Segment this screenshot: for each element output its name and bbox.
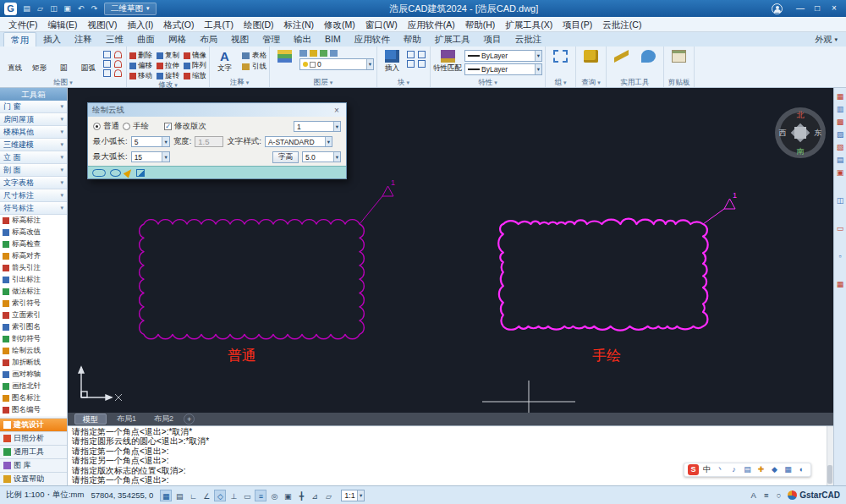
toolbox-item[interactable]: 箭头引注 <box>0 262 67 274</box>
write-block-icon[interactable] <box>418 60 426 68</box>
arc-cloud-icon[interactable] <box>114 51 122 58</box>
layout-tab[interactable]: 模型 <box>74 414 107 425</box>
user-avatar-icon[interactable] <box>772 3 783 14</box>
command-scrollbar[interactable] <box>827 426 833 485</box>
toolbox-mode-button[interactable]: 通用工具 <box>0 445 67 458</box>
side-toolbar-icon[interactable]: ▧ <box>836 143 845 152</box>
draw-tool-button[interactable]: 直线 <box>3 47 27 72</box>
layout-tab[interactable]: 布局2 <box>146 414 181 425</box>
side-toolbar-icon[interactable]: ▨ <box>836 130 845 140</box>
ribbon-tab[interactable]: 应用软件 <box>348 32 397 47</box>
status-toggle-icon[interactable]: ▱ <box>322 490 334 501</box>
text-height-combo[interactable]: 5.0 ▾ <box>302 151 341 162</box>
ime-icon[interactable]: 中 <box>701 464 712 475</box>
panel-footer-clipboard[interactable]: 剪贴板 <box>667 78 691 87</box>
group-button[interactable] <box>548 47 573 63</box>
panel-footer-annotation[interactable]: 注释 <box>212 78 266 87</box>
inquiry-button[interactable] <box>579 47 603 63</box>
side-toolbar-icon[interactable]: ◫ <box>836 196 845 205</box>
create-block-icon[interactable] <box>407 51 415 58</box>
max-arc-combo[interactable]: 15 ▾ <box>131 151 170 162</box>
panel-footer-draw[interactable]: 绘图 <box>3 78 124 87</box>
side-toolbar-icon[interactable]: ▭ <box>836 224 845 233</box>
radio-freehand[interactable]: 手绘 <box>123 121 149 132</box>
toolbox-category[interactable]: 房间屋顶▾ <box>0 113 67 126</box>
modify-tool-button[interactable]: 拉伸 <box>157 61 179 70</box>
property-combo[interactable]: ByLayer ▾ <box>464 63 542 75</box>
window-control-button[interactable]: □ <box>810 3 825 15</box>
status-toggle-icon[interactable]: ◎ <box>268 490 280 501</box>
status-toggle-icon[interactable]: ╋ <box>295 490 307 501</box>
toolbox-category[interactable]: 文字表格▾ <box>0 177 67 189</box>
toolbox-mode-button[interactable]: 建筑设计 <box>0 418 67 431</box>
layer-freeze-icon[interactable] <box>310 50 317 57</box>
toolbox-item[interactable]: 剖切符号 <box>0 333 67 345</box>
text-tool-button[interactable]: A 文字 <box>212 47 237 72</box>
toolbox-item[interactable]: 图名标注 <box>0 392 67 404</box>
status-toggle-icon[interactable]: ⊥ <box>228 490 239 501</box>
status-right-icon[interactable]: A <box>748 490 759 500</box>
quick-access-icon[interactable]: ◫ <box>47 3 60 15</box>
toolbox-category[interactable]: 尺寸标注▾ <box>0 189 67 202</box>
ime-icon[interactable]: S <box>688 464 699 475</box>
annotation-tool-button[interactable]: 表格 <box>242 51 266 60</box>
ellipse-cloud-tool-icon[interactable] <box>110 169 121 177</box>
side-toolbar-icon[interactable]: ▦ <box>836 92 845 101</box>
ribbon-tab[interactable]: BIM <box>318 32 348 47</box>
ribbon-tab[interactable]: 扩展工具 <box>428 32 477 47</box>
side-toolbar-icon[interactable]: ▥ <box>836 105 845 114</box>
ribbon-tab[interactable]: 项目 <box>477 32 508 47</box>
modify-tool-button[interactable]: 偏移 <box>129 61 152 70</box>
menu-item[interactable]: 插入(I) <box>122 17 158 32</box>
property-combo[interactable]: ByLayer ▾ <box>464 50 542 62</box>
layer-combo[interactable]: 0 ▾ <box>299 58 374 70</box>
ribbon-tab[interactable]: 常用 <box>3 32 36 47</box>
menu-item[interactable]: 绘图(D) <box>239 17 279 32</box>
modify-tool-button[interactable]: 移动 <box>129 71 152 80</box>
status-toggle-icon[interactable]: ▭ <box>241 490 253 501</box>
quick-access-icon[interactable]: ▱ <box>34 3 47 15</box>
status-toggle-icon[interactable]: ∠ <box>201 490 212 501</box>
annotation-scale-combo[interactable]: 1:1▾ <box>341 490 365 501</box>
ime-icon[interactable]: 丶 <box>715 464 726 475</box>
ime-icon[interactable]: ✚ <box>755 464 766 475</box>
dialog-title-bar[interactable]: 绘制云线 × <box>88 103 346 117</box>
menu-item[interactable]: 文件(F) <box>3 17 42 32</box>
menu-item[interactable]: 格式(O) <box>158 17 199 32</box>
status-toggle-icon[interactable]: ◇ <box>214 490 226 501</box>
toolbox-header[interactable]: 工具箱 <box>0 88 67 101</box>
window-control-button[interactable]: × <box>827 3 842 15</box>
match-properties-button[interactable]: 特性匹配 <box>433 47 462 72</box>
revision-combo[interactable]: 1 ▾ <box>294 121 341 132</box>
radio-normal[interactable]: 普通 <box>93 121 119 132</box>
layer-color-icon[interactable] <box>330 50 338 57</box>
toolbox-category[interactable]: 三维建模▾ <box>0 139 67 151</box>
ribbon-tab[interactable]: 曲面 <box>130 32 162 47</box>
panel-footer-inquiry[interactable]: 查询 <box>579 78 603 87</box>
polygon-icon[interactable] <box>103 60 111 68</box>
hatch-icon[interactable] <box>103 69 111 77</box>
menu-item[interactable]: 云批注(C) <box>597 17 646 32</box>
panel-footer-group[interactable]: 组 <box>548 78 573 87</box>
draw-tool-button[interactable]: 圆 <box>52 47 76 72</box>
side-toolbar-icon[interactable]: ▫ <box>836 252 845 261</box>
quick-access-icon[interactable]: ▤ <box>20 3 33 15</box>
modify-tool-button[interactable]: 阵列 <box>184 61 206 70</box>
modify-tool-button[interactable]: 缩放 <box>184 71 206 80</box>
status-toggle-icon[interactable]: ▤ <box>173 490 185 501</box>
side-toolbar-icon[interactable]: ▣ <box>836 168 845 178</box>
window-control-button[interactable]: — <box>793 3 808 15</box>
draw-tool-button[interactable]: 矩形 <box>27 47 52 72</box>
text-height-button[interactable]: 字高 <box>272 151 299 163</box>
paste-button[interactable] <box>667 47 691 63</box>
min-arc-combo[interactable]: 5 ▾ <box>131 136 170 147</box>
toolbox-item[interactable]: 索引图名 <box>0 321 67 333</box>
modify-tool-button[interactable]: 镜像 <box>184 51 206 60</box>
ribbon-tab[interactable]: 三维 <box>99 32 130 47</box>
text-style-combo[interactable]: A-STANDARD ▾ <box>265 136 332 147</box>
ribbon-tab[interactable]: 网格 <box>162 32 193 47</box>
workspace-switcher[interactable]: 二维草图▾ <box>104 3 157 15</box>
toolbox-mode-button[interactable]: 设置帮助 <box>0 472 67 485</box>
status-right-icon[interactable]: ○ <box>773 490 784 500</box>
toolbox-item[interactable]: 标高对齐 <box>0 250 67 262</box>
